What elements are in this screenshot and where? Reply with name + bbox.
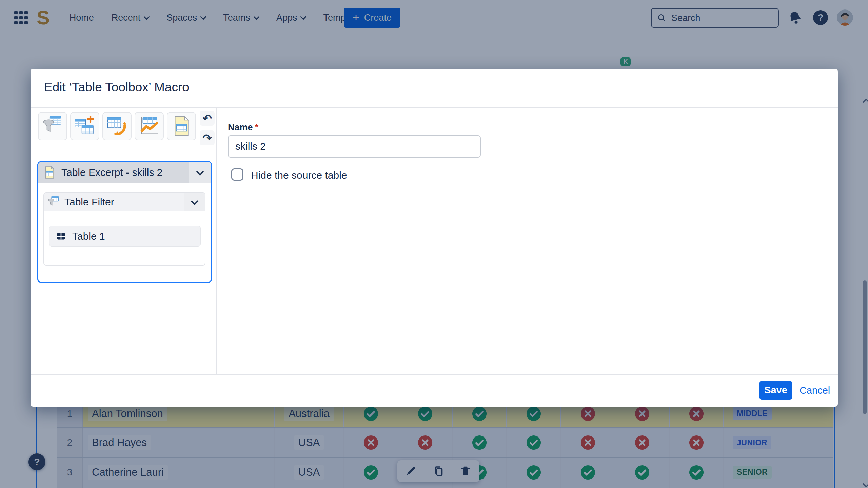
table-excerpt-macro-button[interactable]: [167, 112, 196, 140]
hide-source-table-label: Hide the source table: [251, 169, 347, 181]
table-transpose-macro-button[interactable]: [102, 112, 132, 140]
table-filter-node[interactable]: Table Filter: [44, 193, 205, 211]
table-1-label: Table 1: [72, 230, 105, 242]
tree-root-table-excerpt[interactable]: Table Excerpt - skills 2: [38, 162, 211, 183]
chart-from-table-macro-button[interactable]: [135, 112, 164, 140]
modal-footer-divider: [31, 374, 838, 375]
hide-source-table-checkbox[interactable]: [231, 168, 243, 181]
required-asterisk: *: [255, 122, 259, 133]
table-filter-dropdown-button[interactable]: [184, 193, 205, 211]
table-grid-icon: [56, 231, 66, 241]
tree-root-dropdown-button[interactable]: [189, 162, 211, 183]
modal-header-divider: [31, 107, 838, 108]
table-excerpt-icon: [43, 166, 56, 179]
redo-icon: ↷: [202, 133, 212, 144]
modal-title: Edit ‘Table Toolbox’ Macro: [44, 80, 189, 95]
tree-child-table-filter: Table Filter Table 1: [43, 192, 205, 266]
table-filter-macro-button[interactable]: [38, 112, 67, 140]
chevron-down-icon: [196, 168, 204, 176]
name-field-label: Name*: [228, 122, 258, 133]
table-transpose-icon: [106, 116, 127, 137]
name-input[interactable]: [228, 135, 481, 158]
chart-from-table-icon: [139, 116, 160, 137]
table-1-node[interactable]: Table 1: [49, 226, 201, 247]
table-filter-icon: [42, 116, 63, 137]
macro-tree: Table Excerpt - skills 2 Table Filter Ta…: [37, 161, 212, 283]
table-excerpt-icon: [171, 116, 192, 137]
chevron-down-icon: [191, 197, 199, 205]
modal-panel-divider: [216, 108, 217, 374]
tree-root-label: Table Excerpt - skills 2: [61, 167, 162, 178]
undo-button[interactable]: ↶: [200, 111, 215, 126]
tables-merge-icon: [74, 116, 95, 137]
edit-macro-modal: Edit ‘Table Toolbox’ Macro: [31, 69, 838, 407]
redo-button[interactable]: ↷: [200, 130, 215, 145]
table-filter-label: Table Filter: [64, 196, 114, 208]
save-button[interactable]: Save: [760, 381, 792, 400]
tables-merge-macro-button[interactable]: [70, 112, 99, 140]
table-filter-icon: [47, 196, 60, 208]
cancel-button[interactable]: Cancel: [800, 385, 830, 396]
undo-icon: ↶: [202, 113, 212, 124]
